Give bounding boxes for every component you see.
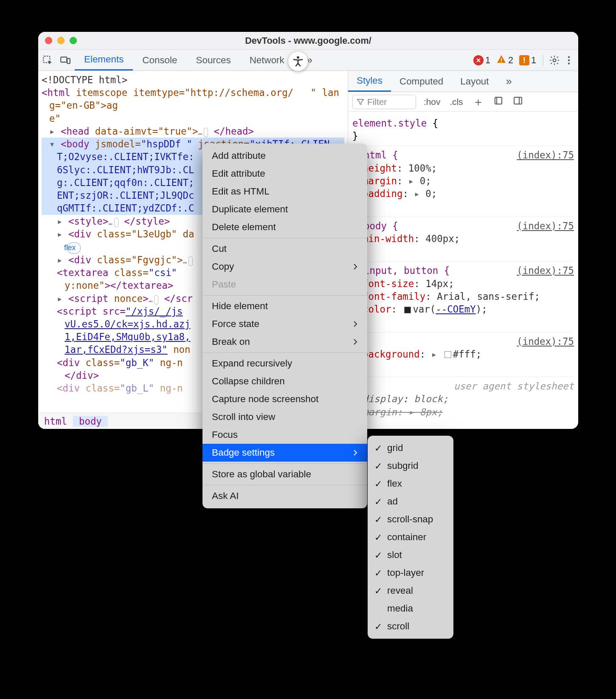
issues-count[interactable]: ! 1 <box>518 55 538 66</box>
styles-tab-layout[interactable]: Layout <box>452 71 497 92</box>
color-swatch-icon[interactable] <box>444 351 451 358</box>
prop-name[interactable]: font-size <box>363 278 414 289</box>
dom-div1[interactable]: <div <box>68 228 91 240</box>
badge-submenu-item[interactable]: ✓scroll-snap <box>368 510 453 528</box>
tab-sources[interactable]: Sources <box>187 50 240 70</box>
check-icon: ✓ <box>374 532 383 543</box>
window-close-button[interactable] <box>45 37 52 44</box>
badge-submenu-item[interactable]: media <box>368 600 453 617</box>
warning-count[interactable]: 2 <box>495 54 515 67</box>
check-icon: ✓ <box>374 550 383 561</box>
new-style-rule-icon[interactable]: ＋ <box>471 96 486 107</box>
context-menu-item[interactable]: Focus <box>203 426 367 444</box>
context-menu-item[interactable]: Collapse children <box>203 372 367 390</box>
inspect-element-icon[interactable] <box>42 54 53 66</box>
context-menu-item[interactable]: Delete element <box>203 218 367 236</box>
badge-submenu-item[interactable]: ✓ad <box>368 493 453 510</box>
context-menu-label: Paste <box>212 279 236 290</box>
prop-value[interactable]: 14px; <box>425 278 454 289</box>
prop-name[interactable]: margin <box>363 175 397 186</box>
prop-value[interactable]: 0; <box>425 188 437 199</box>
svg-rect-10 <box>514 97 522 104</box>
context-menu-separator <box>203 238 367 238</box>
dom-div2[interactable]: <div <box>68 254 91 265</box>
context-menu-item[interactable]: Duplicate element <box>203 200 367 218</box>
styles-tab-styles[interactable]: Styles <box>348 71 391 92</box>
context-menu-item[interactable]: Break on <box>203 333 367 351</box>
context-menu-item: Paste <box>203 276 367 293</box>
prop-name[interactable]: padding <box>363 188 402 199</box>
styles-rules[interactable]: element.style { } , html {(index):75 hei… <box>348 112 578 429</box>
fold-icon[interactable]: … <box>204 128 208 138</box>
context-menu-item[interactable]: Edit as HTML <box>203 183 367 200</box>
device-toolbar-icon[interactable] <box>59 54 71 66</box>
fold-icon[interactable]: … <box>188 256 193 266</box>
dom-script2[interactable]: <script src= <box>57 306 126 317</box>
context-menu-item[interactable]: Force state <box>203 315 367 333</box>
badge-submenu-item[interactable]: ✓slot <box>368 546 453 564</box>
badge-submenu-label: grid <box>387 443 403 454</box>
warning-icon <box>496 54 506 67</box>
prop-value[interactable]: 400px; <box>425 233 460 244</box>
prop-value[interactable]: Arial, sans-serif; <box>437 291 540 302</box>
prop-name[interactable]: font-family <box>363 291 425 302</box>
context-menu-item[interactable]: Badge settings <box>203 444 367 462</box>
badge-submenu-item[interactable]: ✓scroll <box>368 617 453 635</box>
styles-tab-more[interactable]: » <box>498 71 520 92</box>
context-menu-item[interactable]: Cut <box>203 240 367 258</box>
badge-submenu-item[interactable]: ✓grid <box>368 439 453 457</box>
prop-value[interactable]: 0; <box>420 175 431 186</box>
dom-head[interactable]: <head <box>61 126 89 137</box>
tab-elements[interactable]: Elements <box>75 50 133 70</box>
window-minimize-button[interactable] <box>57 37 65 44</box>
badge-submenu-item[interactable]: ✓flex <box>368 475 453 493</box>
context-menu-item[interactable]: Ask AI <box>203 487 367 505</box>
dom-div1-cls: class="L3eUgb" <box>91 228 177 240</box>
fold-icon[interactable]: … <box>114 218 118 228</box>
context-menu-item[interactable]: Scroll into view <box>203 408 367 426</box>
context-menu-item[interactable]: Copy <box>203 258 367 276</box>
styles-filter-input[interactable]: Filter <box>352 95 416 109</box>
prop-name[interactable]: height <box>363 163 397 174</box>
context-menu-item[interactable]: Hide element <box>203 297 367 315</box>
badge-submenu-item[interactable]: ✓reveal <box>368 582 453 600</box>
context-menu-item[interactable]: Add attribute <box>203 147 367 165</box>
context-menu-item[interactable]: Edit attribute <box>203 165 367 183</box>
error-count[interactable]: 1 <box>472 55 492 66</box>
context-menu-separator <box>203 485 367 485</box>
hov-toggle[interactable]: :hov <box>422 97 442 107</box>
cls-toggle[interactable]: .cls <box>448 97 464 107</box>
prop-value[interactable]: #fff; <box>453 349 481 360</box>
rule-source[interactable]: (index):75 <box>517 149 574 161</box>
badge-submenu-item[interactable]: ✓subgrid <box>368 457 453 475</box>
settings-gear-icon[interactable] <box>548 54 560 66</box>
toggle-sidebar-icon[interactable] <box>511 96 525 108</box>
prop-name[interactable]: background <box>363 349 420 360</box>
badge-submenu-item[interactable]: ✓container <box>368 528 453 546</box>
crumb-body[interactable]: body <box>73 416 108 427</box>
context-menu-item[interactable]: Expand recursively <box>203 355 367 372</box>
rule-element-style[interactable]: element.style <box>352 118 427 129</box>
dom-div2-cls: class="Fgvgjc"> <box>91 254 183 265</box>
context-menu-label: Collapse children <box>212 376 285 387</box>
rule-source[interactable]: (index):75 <box>517 335 574 348</box>
context-menu-item[interactable]: Store as global variable <box>203 465 367 483</box>
fold-icon[interactable]: … <box>154 295 158 305</box>
rule-source[interactable]: (index):75 <box>517 264 574 277</box>
flex-badge[interactable]: flex <box>67 242 81 254</box>
prop-name[interactable]: min-width <box>363 233 414 244</box>
color-swatch-icon[interactable] <box>404 307 411 313</box>
context-menu-item[interactable]: Capture node screenshot <box>203 390 367 408</box>
tab-network[interactable]: Network <box>240 50 294 70</box>
kebab-menu-icon[interactable] <box>563 54 575 66</box>
crumb-html[interactable]: html <box>38 416 73 427</box>
rule-source[interactable]: (index):75 <box>517 220 574 232</box>
computed-styles-icon[interactable] <box>492 96 505 108</box>
window-zoom-button[interactable] <box>70 37 77 44</box>
tab-console[interactable]: Console <box>133 50 186 70</box>
dom-html-open[interactable]: <html <box>42 87 70 98</box>
prop-value[interactable]: 100%; <box>408 163 437 174</box>
styles-tab-computed[interactable]: Computed <box>391 71 452 92</box>
accessibility-icon[interactable] <box>288 51 308 71</box>
badge-submenu-item[interactable]: ✓top-layer <box>368 564 453 582</box>
